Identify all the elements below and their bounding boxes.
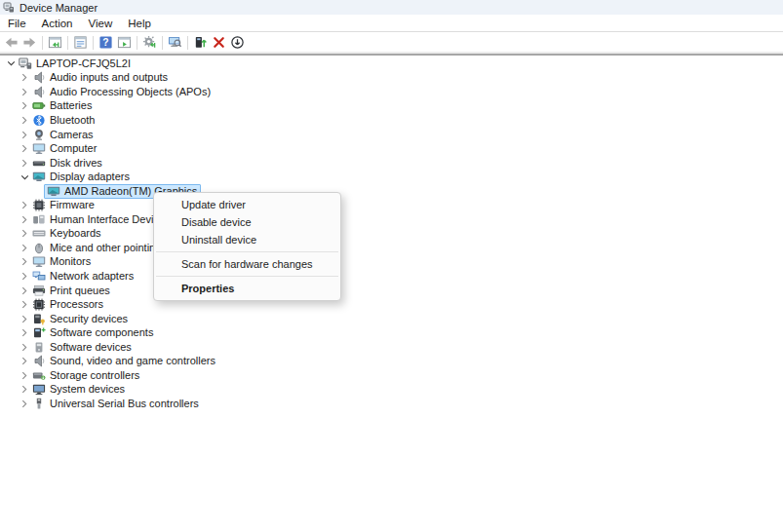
tree-item-label: Monitors (50, 255, 91, 268)
red-x-icon (212, 35, 226, 50)
tree-item-firmware[interactable]: Firmware (0, 198, 783, 212)
chevron-right-icon[interactable] (18, 326, 31, 340)
tree-item-label: LAPTOP-CFJQ5L2I (36, 57, 131, 70)
context-menu-item-update-driver[interactable]: Update driver (154, 196, 340, 213)
chevron-right-icon[interactable] (18, 383, 31, 397)
chevron-right-icon[interactable] (18, 156, 31, 170)
tree-item-mice-and-other-pointing-devices[interactable]: Mice and other pointing devices (0, 241, 783, 255)
menu-view[interactable]: View (81, 17, 121, 30)
chevron-right-icon[interactable] (18, 199, 31, 212)
chevron-down-icon[interactable] (18, 171, 31, 184)
back-button[interactable] (3, 34, 20, 51)
context-menu-item-disable-device[interactable]: Disable device (154, 213, 340, 231)
disable-device-button[interactable] (229, 34, 246, 51)
chevron-right-icon[interactable] (18, 355, 31, 368)
chevron-right-icon[interactable] (18, 298, 31, 312)
uninstall-device-button[interactable] (211, 34, 227, 51)
menu-bar: FileActionViewHelp (0, 15, 783, 32)
chevron-right-icon[interactable] (18, 284, 31, 297)
menu-action[interactable]: Action (34, 17, 81, 30)
tree-item-sound-video-and-game-controllers[interactable]: Sound, video and game controllers (0, 354, 783, 368)
tree-item-cameras[interactable]: Cameras (0, 128, 783, 142)
chevron-right-icon[interactable] (18, 142, 31, 156)
toolbar-separator (187, 36, 188, 50)
device-manager-icon (3, 2, 15, 14)
back-arrow-icon (4, 35, 19, 50)
tree-item-batteries[interactable]: Batteries (0, 99, 783, 114)
chevron-right-icon[interactable] (18, 227, 31, 241)
chevron-right-icon[interactable] (18, 241, 31, 254)
console-tree-icon (48, 35, 62, 50)
disable-down-icon (230, 35, 245, 50)
network-icon (31, 270, 46, 283)
context-menu-separator (156, 251, 338, 252)
tree-item-universal-serial-bus-controllers[interactable]: Universal Serial Bus controllers (0, 397, 783, 411)
chevron-right-icon[interactable] (18, 113, 31, 127)
tree-item-software-devices[interactable]: Software devices (0, 340, 783, 355)
monitor-icon (31, 255, 46, 268)
system-icon (31, 383, 46, 396)
tree-item-software-components[interactable]: Software components (0, 325, 783, 340)
menu-help[interactable]: Help (120, 17, 159, 30)
chevron-right-icon[interactable] (18, 397, 31, 410)
chevron-right-icon[interactable] (18, 85, 31, 98)
tree-item-label: Security devices (50, 313, 128, 325)
processor-icon (31, 298, 46, 311)
software-component-icon (31, 326, 46, 339)
tree-item-label: Audio Processing Objects (APOs) (50, 86, 211, 98)
tree-item-security-devices[interactable]: Security devices (0, 312, 783, 326)
tree-item-audio-inputs-and-outputs[interactable]: Audio inputs and outputs (0, 71, 783, 86)
chevron-down-icon[interactable] (4, 57, 18, 70)
chevron-right-icon[interactable] (18, 71, 31, 85)
scan-hardware-changes-button[interactable] (141, 34, 158, 51)
tree-item-label: Computer (50, 142, 97, 155)
speaker-icon (31, 86, 46, 98)
tree-item-system-devices[interactable]: System devices (0, 383, 783, 398)
chevron-right-icon[interactable] (18, 212, 31, 226)
chevron-right-icon[interactable] (18, 99, 31, 113)
context-menu-item-uninstall-device[interactable]: Uninstall device (154, 231, 340, 248)
toolbar-divider (0, 52, 783, 56)
tree-item-label: Network adapters (50, 270, 134, 283)
show-console-tree-button[interactable] (47, 34, 63, 51)
tree-item-amd-radeon-tm-graphics[interactable]: AMD Radeon(TM) Graphics (0, 184, 783, 199)
tree-item-print-queues[interactable]: Print queues (0, 284, 783, 298)
chevron-right-icon[interactable] (18, 255, 31, 269)
tree-item-label: Batteries (50, 99, 92, 112)
chevron-right-icon[interactable] (18, 312, 31, 325)
properties-button[interactable] (72, 34, 89, 51)
update-driver-button[interactable] (192, 34, 209, 51)
action-pane-button[interactable] (116, 34, 133, 51)
tree-item-processors[interactable]: Processors (0, 297, 783, 312)
tree-item-storage-controllers[interactable]: Storage controllers (0, 368, 783, 383)
context-menu: Update driverDisable deviceUninstall dev… (153, 192, 341, 301)
tree-item-human-interface-devices[interactable]: Human Interface Devices (0, 212, 783, 227)
tree-item-bluetooth[interactable]: Bluetooth (0, 113, 783, 128)
chevron-right-icon[interactable] (18, 340, 31, 354)
tree-item-network-adapters[interactable]: Network adapters (0, 269, 783, 284)
tree-item-computer[interactable]: Computer (0, 141, 783, 156)
mouse-icon (31, 242, 46, 254)
title-bar: Device Manager (0, 0, 783, 15)
context-menu-item-scan-for-hardware-changes[interactable]: Scan for hardware changes (154, 255, 340, 273)
chevron-right-icon[interactable] (18, 368, 31, 382)
tree-item-audio-processing-objects-apos[interactable]: Audio Processing Objects (APOs) (0, 85, 783, 99)
tree-item-disk-drives[interactable]: Disk drives (0, 156, 783, 171)
remote-computer-button[interactable] (167, 34, 183, 51)
tree-item-monitors[interactable]: Monitors (0, 255, 783, 270)
device-tree: LAPTOP-CFJQ5L2IAudio inputs and outputsA… (0, 57, 783, 411)
context-menu-item-properties[interactable]: Properties (154, 280, 340, 297)
help-button[interactable]: ? (98, 34, 114, 51)
display-adapter-icon (31, 171, 46, 183)
forward-arrow-icon (22, 35, 37, 50)
tree-item-label: Software components (50, 326, 153, 339)
forward-button[interactable] (21, 34, 38, 51)
tree-item-display-adapters[interactable]: Display adapters (0, 170, 783, 184)
chevron-right-icon[interactable] (18, 128, 31, 141)
tree-item-laptop-cfjq5l2i[interactable]: LAPTOP-CFJQ5L2I (0, 57, 783, 71)
tree-item-keyboards[interactable]: Keyboards (0, 227, 783, 242)
bluetooth-icon (31, 114, 46, 127)
security-icon (31, 313, 46, 325)
menu-file[interactable]: File (0, 17, 34, 30)
chevron-right-icon[interactable] (18, 269, 31, 283)
